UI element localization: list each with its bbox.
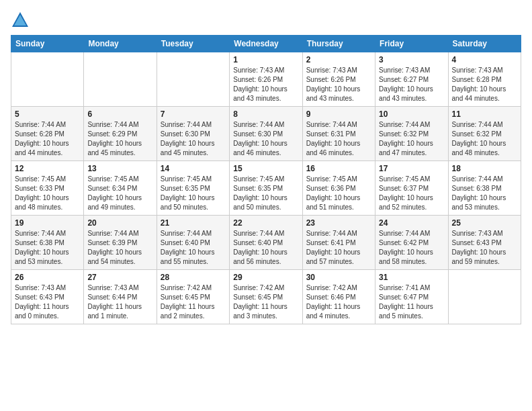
logo (11, 11, 32, 30)
calendar-week-row: 5Sunrise: 7:44 AM Sunset: 6:28 PM Daylig… (11, 107, 521, 161)
day-info: Sunrise: 7:45 AM Sunset: 6:34 PM Dayligh… (87, 175, 152, 212)
day-info: Sunrise: 7:45 AM Sunset: 6:36 PM Dayligh… (306, 175, 371, 212)
calendar-week-row: 19Sunrise: 7:44 AM Sunset: 6:38 PM Dayli… (11, 216, 521, 270)
day-number: 28 (161, 273, 226, 282)
empty-cell (11, 52, 84, 107)
day-info: Sunrise: 7:44 AM Sunset: 6:30 PM Dayligh… (161, 120, 226, 158)
day-info: Sunrise: 7:45 AM Sunset: 6:35 PM Dayligh… (161, 175, 226, 212)
calendar-day-cell: 18Sunrise: 7:44 AM Sunset: 6:38 PM Dayli… (448, 161, 521, 216)
calendar-day-cell: 7Sunrise: 7:44 AM Sunset: 6:30 PM Daylig… (157, 107, 229, 161)
calendar-table: SundayMondayTuesdayWednesdayThursdayFrid… (11, 35, 521, 324)
day-number: 24 (379, 218, 444, 228)
calendar-day-cell: 23Sunrise: 7:44 AM Sunset: 6:41 PM Dayli… (302, 216, 375, 270)
day-info: Sunrise: 7:42 AM Sunset: 6:46 PM Dayligh… (306, 283, 371, 321)
day-info: Sunrise: 7:43 AM Sunset: 6:43 PM Dayligh… (15, 283, 80, 321)
day-info: Sunrise: 7:42 AM Sunset: 6:45 PM Dayligh… (161, 283, 226, 321)
day-number: 29 (233, 273, 298, 282)
calendar-day-cell: 14Sunrise: 7:45 AM Sunset: 6:35 PM Dayli… (157, 161, 229, 216)
day-number: 9 (306, 109, 371, 119)
day-number: 10 (379, 109, 444, 119)
day-info: Sunrise: 7:44 AM Sunset: 6:42 PM Dayligh… (379, 229, 444, 267)
calendar-week-row: 12Sunrise: 7:45 AM Sunset: 6:33 PM Dayli… (11, 161, 521, 216)
day-number: 16 (306, 164, 371, 173)
calendar-day-cell: 16Sunrise: 7:45 AM Sunset: 6:36 PM Dayli… (302, 161, 375, 216)
day-number: 1 (233, 55, 298, 64)
calendar-header-row: SundayMondayTuesdayWednesdayThursdayFrid… (11, 36, 521, 52)
day-number: 8 (233, 109, 298, 119)
day-number: 25 (452, 218, 517, 228)
calendar-day-cell: 4Sunrise: 7:43 AM Sunset: 6:28 PM Daylig… (448, 52, 521, 107)
day-info: Sunrise: 7:44 AM Sunset: 6:38 PM Dayligh… (15, 229, 80, 267)
day-number: 26 (15, 273, 80, 282)
day-number: 18 (452, 164, 517, 173)
calendar-day-cell: 11Sunrise: 7:44 AM Sunset: 6:32 PM Dayli… (448, 107, 521, 161)
calendar-day-cell: 24Sunrise: 7:44 AM Sunset: 6:42 PM Dayli… (375, 216, 448, 270)
day-info: Sunrise: 7:43 AM Sunset: 6:43 PM Dayligh… (452, 229, 517, 267)
day-info: Sunrise: 7:44 AM Sunset: 6:32 PM Dayligh… (379, 120, 444, 158)
day-info: Sunrise: 7:43 AM Sunset: 6:27 PM Dayligh… (379, 66, 444, 103)
calendar-day-cell: 30Sunrise: 7:42 AM Sunset: 6:46 PM Dayli… (302, 270, 375, 324)
day-number: 11 (452, 109, 517, 119)
header-sunday: Sunday (11, 36, 84, 52)
day-number: 21 (161, 218, 226, 228)
day-info: Sunrise: 7:45 AM Sunset: 6:37 PM Dayligh… (379, 175, 444, 212)
calendar-day-cell: 22Sunrise: 7:44 AM Sunset: 6:40 PM Dayli… (230, 216, 302, 270)
day-number: 20 (87, 218, 152, 228)
calendar-day-cell: 28Sunrise: 7:42 AM Sunset: 6:45 PM Dayli… (157, 270, 229, 324)
day-number: 14 (161, 164, 226, 173)
empty-cell (157, 52, 229, 107)
day-number: 27 (87, 273, 152, 282)
header-wednesday: Wednesday (230, 36, 302, 52)
empty-cell (448, 270, 521, 324)
header-thursday: Thursday (302, 36, 375, 52)
calendar-day-cell: 19Sunrise: 7:44 AM Sunset: 6:38 PM Dayli… (11, 216, 84, 270)
day-info: Sunrise: 7:44 AM Sunset: 6:40 PM Dayligh… (233, 229, 298, 267)
day-number: 22 (233, 218, 298, 228)
calendar-day-cell: 17Sunrise: 7:45 AM Sunset: 6:37 PM Dayli… (375, 161, 448, 216)
day-number: 30 (306, 273, 371, 282)
day-number: 3 (379, 55, 444, 64)
header-monday: Monday (84, 36, 157, 52)
day-info: Sunrise: 7:43 AM Sunset: 6:26 PM Dayligh… (306, 66, 371, 103)
day-info: Sunrise: 7:43 AM Sunset: 6:26 PM Dayligh… (233, 66, 298, 103)
day-info: Sunrise: 7:41 AM Sunset: 6:47 PM Dayligh… (379, 283, 444, 321)
logo-icon (11, 11, 30, 30)
calendar-day-cell: 13Sunrise: 7:45 AM Sunset: 6:34 PM Dayli… (84, 161, 157, 216)
calendar-week-row: 26Sunrise: 7:43 AM Sunset: 6:43 PM Dayli… (11, 270, 521, 324)
calendar-day-cell: 25Sunrise: 7:43 AM Sunset: 6:43 PM Dayli… (448, 216, 521, 270)
calendar-day-cell: 26Sunrise: 7:43 AM Sunset: 6:43 PM Dayli… (11, 270, 84, 324)
calendar-week-row: 1Sunrise: 7:43 AM Sunset: 6:26 PM Daylig… (11, 52, 521, 107)
day-number: 23 (306, 218, 371, 228)
page-header (11, 11, 521, 30)
day-number: 6 (87, 109, 152, 119)
calendar-day-cell: 29Sunrise: 7:42 AM Sunset: 6:45 PM Dayli… (230, 270, 302, 324)
day-number: 17 (379, 164, 444, 173)
calendar-day-cell: 6Sunrise: 7:44 AM Sunset: 6:29 PM Daylig… (84, 107, 157, 161)
day-info: Sunrise: 7:45 AM Sunset: 6:33 PM Dayligh… (15, 175, 80, 212)
day-number: 12 (15, 164, 80, 173)
day-info: Sunrise: 7:43 AM Sunset: 6:28 PM Dayligh… (452, 66, 517, 103)
calendar-day-cell: 3Sunrise: 7:43 AM Sunset: 6:27 PM Daylig… (375, 52, 448, 107)
day-number: 7 (161, 109, 226, 119)
day-info: Sunrise: 7:44 AM Sunset: 6:30 PM Dayligh… (233, 120, 298, 158)
calendar-day-cell: 12Sunrise: 7:45 AM Sunset: 6:33 PM Dayli… (11, 161, 84, 216)
calendar-day-cell: 1Sunrise: 7:43 AM Sunset: 6:26 PM Daylig… (230, 52, 302, 107)
calendar-day-cell: 20Sunrise: 7:44 AM Sunset: 6:39 PM Dayli… (84, 216, 157, 270)
calendar-day-cell: 27Sunrise: 7:43 AM Sunset: 6:44 PM Dayli… (84, 270, 157, 324)
calendar-day-cell: 31Sunrise: 7:41 AM Sunset: 6:47 PM Dayli… (375, 270, 448, 324)
day-number: 13 (87, 164, 152, 173)
calendar-day-cell: 8Sunrise: 7:44 AM Sunset: 6:30 PM Daylig… (230, 107, 302, 161)
calendar-day-cell: 2Sunrise: 7:43 AM Sunset: 6:26 PM Daylig… (302, 52, 375, 107)
day-info: Sunrise: 7:43 AM Sunset: 6:44 PM Dayligh… (87, 283, 152, 321)
header-tuesday: Tuesday (157, 36, 229, 52)
day-number: 15 (233, 164, 298, 173)
day-info: Sunrise: 7:44 AM Sunset: 6:31 PM Dayligh… (306, 120, 371, 158)
day-info: Sunrise: 7:45 AM Sunset: 6:35 PM Dayligh… (233, 175, 298, 212)
day-number: 5 (15, 109, 80, 119)
day-info: Sunrise: 7:42 AM Sunset: 6:45 PM Dayligh… (233, 283, 298, 321)
day-info: Sunrise: 7:44 AM Sunset: 6:38 PM Dayligh… (452, 175, 517, 212)
day-info: Sunrise: 7:44 AM Sunset: 6:41 PM Dayligh… (306, 229, 371, 267)
day-info: Sunrise: 7:44 AM Sunset: 6:39 PM Dayligh… (87, 229, 152, 267)
day-number: 31 (379, 273, 444, 282)
day-number: 4 (452, 55, 517, 64)
